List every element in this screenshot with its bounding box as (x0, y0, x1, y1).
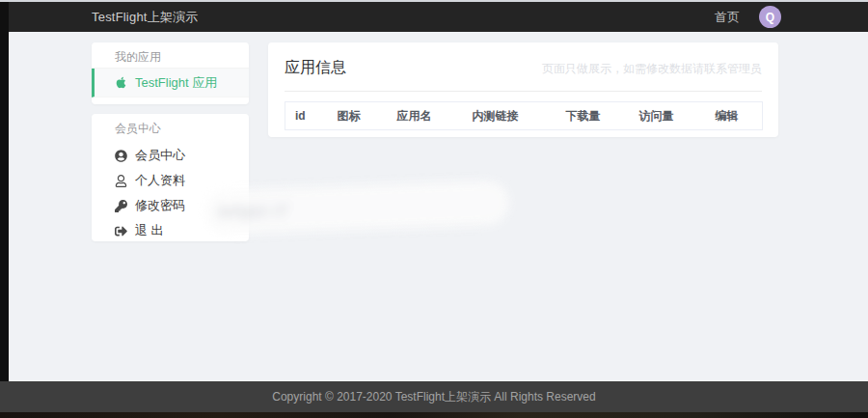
sidebar-item-label: 会员中心 (135, 147, 185, 164)
sidebar-item-member-center[interactable]: 会员中心 (92, 143, 249, 168)
desktop-wallpaper-edge (0, 412, 868, 418)
window-left-edge (0, 2, 9, 381)
page-title: 应用信息 (285, 58, 346, 78)
sidebar-section-member: 会员中心 (92, 114, 249, 143)
key-icon (115, 200, 127, 212)
sidebar-item-logout[interactable]: 退 出 (92, 218, 249, 243)
column-header-app-name: 应用名 (388, 102, 463, 130)
readonly-note: 页面只做展示，如需修改数据请联系管理员 (346, 61, 762, 77)
sidebar-section-my-apps: 我的应用 (92, 42, 249, 69)
column-header-visits: 访问量 (630, 102, 706, 130)
column-header-downloads: 下载量 (556, 102, 630, 130)
user-avatar[interactable]: Q (759, 6, 781, 28)
copyright-text: Copyright © 2017-2020 TestFlight上架演示 All… (272, 389, 595, 405)
table-header-row: id 图标 应用名 内测链接 下载量 访问量 编辑 (285, 102, 763, 130)
blurred-watermark: https:// (203, 180, 509, 235)
user-icon (115, 175, 127, 187)
column-header-id: id (285, 102, 328, 130)
title-divider (285, 91, 762, 92)
column-header-icon: 图标 (328, 102, 388, 130)
column-header-edit: 编辑 (706, 102, 763, 130)
sign-out-icon (115, 225, 127, 237)
apple-icon (115, 76, 127, 89)
sidebar-member-items: 会员中心 个人资料 修改密码 退 出 (92, 143, 249, 243)
sidebar-item-label: 修改密码 (135, 197, 185, 214)
app-title: TestFlight上架演示 (92, 9, 198, 26)
app-info-header: 应用信息 页面只做展示，如需修改数据请联系管理员 (285, 58, 762, 78)
user-circle-icon (115, 150, 127, 162)
sidebar-item-change-password[interactable]: 修改密码 (92, 193, 249, 218)
sidebar-member-card: 会员中心 会员中心 个人资料 修改密码 (92, 114, 249, 241)
sidebar-item-label: 退 出 (135, 222, 164, 239)
sidebar-my-apps-card: 我的应用 TestFlight 应用 (92, 42, 249, 104)
page-root: TestFlight上架演示 首页 Q 我的应用 TestFlight 应用 会… (0, 0, 868, 418)
app-header: TestFlight上架演示 首页 Q (0, 2, 868, 32)
nav-home-link[interactable]: 首页 (715, 9, 740, 26)
page-footer: Copyright © 2017-2020 TestFlight上架演示 All… (0, 381, 868, 412)
sidebar-item-profile[interactable]: 个人资料 (92, 168, 249, 193)
column-header-beta-link: 内测链接 (463, 102, 556, 130)
sidebar-item-label: 个人资料 (135, 172, 185, 189)
app-info-card: 应用信息 页面只做展示，如需修改数据请联系管理员 id 图标 应用名 内测链接 … (268, 42, 778, 137)
sidebar-item-testflight-app[interactable]: TestFlight 应用 (92, 69, 249, 98)
sidebar-item-label: TestFlight 应用 (135, 74, 217, 92)
app-table: id 图标 应用名 内测链接 下载量 访问量 编辑 (285, 101, 763, 130)
